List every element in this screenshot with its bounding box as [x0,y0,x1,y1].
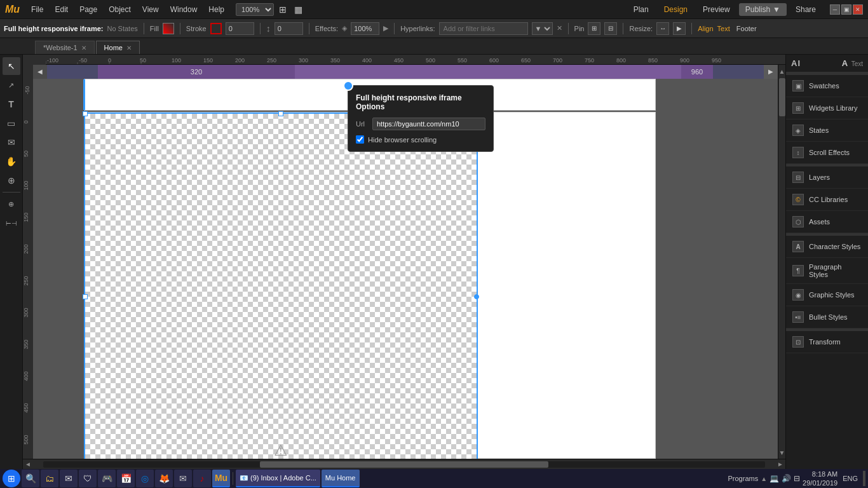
canvas-main[interactable]: ◀ 320 960 ▶ [33,65,778,459]
resize-btn1[interactable]: ↔ [656,22,669,35]
taskbar-file-explorer[interactable]: 🗂 [41,470,58,487]
pin-tool[interactable]: ⊕ [3,195,20,213]
rp-widgets-library[interactable]: ⊞ Widgets Library [786,97,868,119]
resize-btn2[interactable]: ▶ [673,22,686,35]
taskbar-muse-home[interactable]: Mu Home [322,470,360,487]
taskbar-calendar[interactable]: 📅 [117,470,135,487]
share-btn[interactable]: Share [789,3,822,16]
v-scrollbar[interactable]: ▲ ▼ [778,65,785,459]
height-input[interactable] [275,22,303,35]
rp-states[interactable]: ◈ States [786,119,868,142]
taskbar-active-app[interactable]: Mu [212,470,230,487]
bp-960-section[interactable]: 960 [681,65,713,79]
pin-btn2[interactable]: ⊟ [604,22,617,35]
h-scroll-thumb[interactable] [260,461,548,468]
text-panel-label[interactable]: A Text [842,58,863,68]
effects-arrow[interactable]: ▶ [383,24,388,32]
rp-swatches[interactable]: ▣ Swatches [786,75,868,97]
measure-tool[interactable]: ⊢⊣ [3,214,20,232]
taskbar-browser[interactable]: 📧 (9) Inbox | Adobe C... [236,470,320,487]
minimize-btn[interactable]: ─ [830,4,840,15]
rp-transform[interactable]: ⊡ Transform [786,331,868,353]
menu-window[interactable]: Window [165,3,203,16]
rp-bullet-styles[interactable]: •≡ Bullet Styles [786,306,868,329]
restore-btn[interactable]: ▣ [841,4,851,15]
start-button[interactable]: ⊞ [3,470,20,487]
rp-paragraph-styles[interactable]: ¶ Paragraph Styles [786,258,868,284]
email-tool[interactable]: ✉ [3,133,20,151]
h-scroll-left[interactable]: ◄ [23,459,33,470]
rectangle-tool[interactable]: ▭ [3,114,20,132]
menu-view[interactable]: View [137,3,164,16]
resize-ml[interactable] [83,294,88,299]
tab-close-website1[interactable]: ✕ [81,44,86,51]
taskbar-edge[interactable]: ◎ [136,470,154,487]
footer-label[interactable]: Footer [736,25,757,32]
taskbar-music[interactable]: ♪ [193,470,211,487]
tab-home[interactable]: Home ✕ [96,41,140,54]
rp-cc-libraries[interactable]: © CC Libraries [786,189,868,211]
taskbar-programs[interactable]: Programs [728,475,759,482]
taskbar-datetime[interactable]: 8:18 AM 29/01/2019 [803,470,837,488]
bp-left-arrow[interactable]: ◀ [33,65,47,79]
menu-page[interactable]: Page [74,3,102,16]
resize-height-icon[interactable]: ↕ [266,24,271,34]
responsive-icon[interactable]: ⊞ [276,3,289,16]
close-btn[interactable]: ✕ [853,4,863,15]
hand-tool[interactable]: ✋ [3,152,20,170]
rp-layers[interactable]: ⊟ Layers [786,166,868,189]
pin-btn1[interactable]: ⊞ [588,22,600,35]
taskbar-sound[interactable]: 🔊 [782,474,791,483]
hyperlinks-select[interactable]: ▼ [532,22,553,35]
rp-character-styles[interactable]: A Character Styles [786,236,868,258]
tab-website1[interactable]: *Website-1 ✕ [35,41,95,54]
stroke-value-input[interactable] [226,22,254,35]
menu-file[interactable]: File [26,3,48,16]
align-btn[interactable]: Align [698,25,713,32]
hyperlinks-close[interactable]: ✕ [557,24,562,32]
zoom-tool[interactable]: ⊕ [3,172,20,189]
hyperlinks-input[interactable] [439,22,528,35]
fill-swatch[interactable] [163,23,174,34]
taskbar-programs-arrow[interactable]: ▲ [761,475,767,482]
props-no-states[interactable]: No States [107,25,137,32]
popup-checkbox[interactable] [356,135,364,144]
rp-scroll-effects[interactable]: ↕ Scroll Effects [786,142,868,164]
v-scroll-down[interactable]: ▼ [778,446,785,459]
h-scroll-right[interactable]: ► [775,459,785,470]
taskbar-security[interactable]: 🛡 [79,470,97,487]
v-scroll-thumb[interactable] [779,78,785,116]
taskbar-envelope[interactable]: ✉ [60,470,78,487]
select-tool[interactable]: ↖ [3,57,20,75]
menu-object[interactable]: Object [104,3,136,16]
rp-graphic-styles[interactable]: ◉ Graphic Styles [786,284,868,306]
rp-assets[interactable]: ⬡ Assets [786,211,868,233]
bp-320-section[interactable]: 320 [98,65,295,79]
effects-input[interactable] [351,22,379,35]
resize-tl[interactable] [83,111,88,116]
grid-icon[interactable]: ▦ [292,3,305,16]
resize-mr[interactable] [474,294,479,299]
text-tool[interactable]: T [3,95,20,113]
v-scroll-track[interactable] [778,117,785,446]
plan-btn[interactable]: Plan [627,3,655,16]
taskbar-show-desktop[interactable] [863,471,865,486]
zoom-select[interactable]: 100% 75% 50% 150% [236,3,274,16]
taskbar-game[interactable]: 🎮 [98,470,116,487]
menu-edit[interactable]: Edit [50,3,73,16]
h-scroll-track[interactable] [43,461,765,468]
stroke-swatch[interactable] [210,23,222,34]
tab-close-home[interactable]: ✕ [126,44,132,51]
menu-help[interactable]: Help [203,3,229,16]
bp-right-arrow[interactable]: ▶ [764,65,778,79]
taskbar-search[interactable]: 🔍 [22,470,39,487]
preview-btn[interactable]: Preview [696,3,736,16]
v-scroll-up[interactable]: ▲ [778,65,785,78]
taskbar-firefox[interactable]: 🦊 [155,470,173,487]
subselect-tool[interactable]: ↗ [3,76,20,94]
text-btn[interactable]: Text [717,25,730,32]
design-btn[interactable]: Design [658,3,694,16]
resize-tc[interactable] [278,111,283,116]
taskbar-mail[interactable]: ✉ [174,470,192,487]
popup-url-input[interactable] [372,118,485,130]
